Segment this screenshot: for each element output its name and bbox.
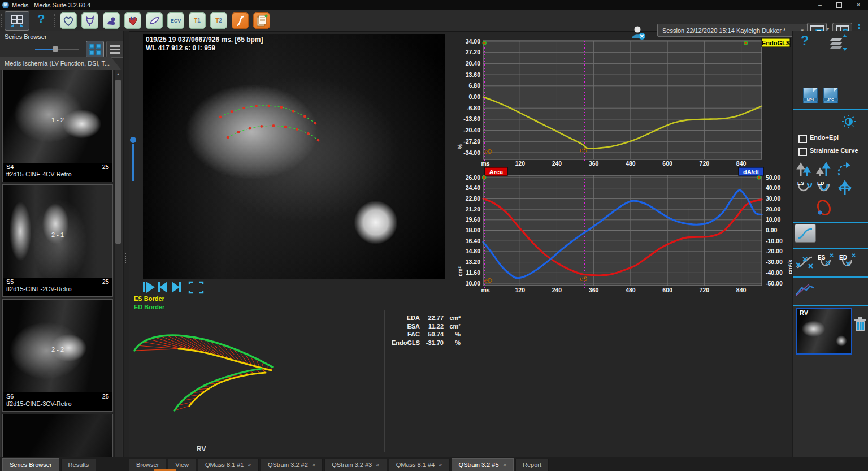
series-thumbnail-S4[interactable]: 1 - 2S425tf2d15-CINE-4CV-Retro [2, 70, 113, 182]
app-icon-ecv[interactable]: ECV [167, 12, 184, 29]
es-contour-button[interactable]: ES [796, 179, 813, 198]
series-thumbnail-S6[interactable]: 2 - 2S625tf2d15-CINE-3CV-Retro [2, 299, 113, 412]
doc-tab-qstrain-3-2-3[interactable]: QStrain 3.2 #3× [324, 459, 387, 471]
layout-button[interactable] [5, 11, 29, 31]
tab-close-icon[interactable]: × [247, 459, 253, 471]
svg-text:dA/dt: dA/dt [743, 168, 759, 175]
list-view-button[interactable] [106, 41, 124, 58]
fit-view-button[interactable] [189, 282, 203, 293]
series-id: S4 [6, 163, 14, 170]
strainrate-curve-checkbox[interactable] [798, 148, 807, 156]
frame-count: 25 [102, 393, 109, 400]
app-icon-strain-sail[interactable] [146, 12, 163, 29]
grid-view-icon [89, 44, 101, 55]
delete-analysis-button[interactable] [854, 317, 866, 335]
measurement-label: FAC [385, 331, 420, 339]
doc-tab-qmass-8-1-4[interactable]: QMass 8.1 #4× [389, 459, 450, 471]
es-points-button[interactable]: ES [817, 253, 836, 273]
ed-contour-button[interactable]: ED [815, 179, 832, 198]
minimize-button[interactable]: – [810, 0, 830, 10]
series-name: tf2d15-CINE-2CV-Retro [3, 285, 112, 293]
series-id: S5 [6, 278, 14, 285]
close-button[interactable]: × [849, 0, 868, 10]
series-thumbnail-S5[interactable]: 2 - 1S525tf2d15-CINE-2CV-Retro [2, 184, 113, 297]
series-name: tf2d15-CINE-4CV-Retro [3, 170, 112, 178]
app-icon-qflow-tulip[interactable] [81, 12, 98, 29]
tab-close-icon[interactable]: × [311, 459, 316, 471]
propagate-forward-button[interactable] [796, 162, 812, 180]
ed-contour-icon: ED [815, 179, 832, 196]
left-tab-results[interactable]: Results [61, 459, 97, 471]
svg-text:120: 120 [515, 287, 525, 293]
doc-fold [834, 88, 838, 92]
svg-text:13.20: 13.20 [466, 258, 480, 265]
curve-display-button[interactable] [795, 281, 815, 300]
svg-text:ES: ES [818, 254, 826, 261]
previous-frame-button[interactable] [158, 282, 167, 293]
propagate-all-button[interactable] [815, 162, 831, 180]
svg-text:27.20: 27.20 [466, 49, 480, 55]
tab-close-icon[interactable]: × [375, 459, 380, 471]
redo-contour-button[interactable] [836, 162, 853, 180]
doc-tab-report[interactable]: Report [515, 459, 549, 471]
rv-analysis-thumbnail[interactable]: RV [796, 308, 852, 355]
series-thumbnail-partial[interactable] [2, 414, 113, 457]
tab-close-icon[interactable]: × [502, 459, 507, 471]
splitter-grip-icon [125, 253, 128, 263]
toolbar-grip-2[interactable] [54, 14, 58, 27]
doc-tab-qstrain-3-2-2[interactable]: QStrain 3.2 #2× [261, 459, 323, 471]
brightness-icon [841, 114, 856, 129]
panel-help-button[interactable]: ? [801, 33, 809, 49]
medis-logo-icon: M [2, 2, 9, 8]
app-icon-qstrain-curve[interactable] [232, 12, 249, 29]
layout-layers-button[interactable] [828, 33, 850, 54]
doc-fold [813, 88, 818, 92]
thumbnail-size-slider-handle[interactable] [53, 46, 58, 52]
cine-viewport[interactable]: 019/25 19 037/0667/926 ms. [65 bpm] WL 4… [143, 34, 445, 279]
panel-divider [793, 109, 868, 110]
export-mp4-button[interactable]: MP4 [803, 88, 818, 103]
study-tab[interactable]: Medis Ischemia (LV Function, DSI, T... [0, 57, 125, 70]
thumbnail-meta-row: S425 [3, 163, 112, 170]
app-icon-report-stack[interactable] [253, 12, 270, 29]
thumbnail-meta-row: S525 [3, 278, 112, 285]
area-dadt-chart[interactable]: eDeS26.0024.4022.8021.2019.6018.0016.401… [457, 166, 800, 303]
app-icon-qmass-heart[interactable] [60, 12, 77, 29]
series-scrollbar-thumb[interactable] [115, 80, 121, 244]
doc-tab-qstrain-3-2-5[interactable]: QStrain 3.2 #5× [452, 458, 514, 471]
app-icon-t1-map[interactable]: T1 [189, 12, 206, 29]
ed-points-button[interactable]: ED [838, 253, 857, 273]
strain-curve-mode-button[interactable] [795, 224, 816, 243]
app-icon-t2-map[interactable]: T2 [210, 12, 227, 29]
endo-epi-checkbox[interactable] [798, 135, 807, 143]
endogls-chart[interactable]: eDeS34.0027.2020.4013.606.800.00-6.80-13… [457, 33, 796, 170]
grid-view-button[interactable] [86, 41, 104, 58]
window-level-button[interactable] [841, 114, 856, 131]
help-button[interactable]: ? [37, 12, 45, 27]
frame-slider-handle[interactable] [130, 137, 136, 143]
panel-splitter[interactable] [123, 31, 129, 457]
scrollbar-up-icon[interactable]: ▲ [115, 70, 121, 77]
thumbnail-image: 2 - 1 [3, 185, 112, 278]
rv-strain-figure [130, 327, 295, 443]
play-button[interactable] [143, 282, 155, 293]
doc-tab-qmass-8-1-1[interactable]: QMass 8.1 #1× [198, 459, 259, 471]
tab-close-icon[interactable]: × [437, 459, 443, 471]
document-tab-group: BrowserViewQMass 8.1 #1×QStrain 3.2 #2×Q… [129, 459, 549, 471]
list-view-icon [110, 45, 120, 54]
left-tab-series-browser[interactable]: Series Browser [2, 458, 59, 471]
auto-contour-button[interactable] [814, 197, 834, 221]
es-points-icon: ES [817, 253, 836, 271]
axis-orientation-button[interactable] [837, 180, 853, 198]
svg-text:eS: eS [580, 275, 587, 282]
measurements-panel: EDA22.77cm²ESA11.22cm²FAC50.74%EndoGLS-3… [384, 310, 465, 452]
next-frame-button[interactable] [172, 282, 181, 293]
app-icon-heart-anatomy[interactable] [124, 12, 141, 29]
maximize-button[interactable] [830, 0, 849, 10]
svg-text:360: 360 [589, 287, 599, 293]
frame-slider-track[interactable] [132, 144, 134, 181]
app-icon-perfusion-person[interactable] [103, 12, 120, 29]
bottom-tab-bar: Series BrowserResults BrowserViewQMass 8… [0, 457, 868, 471]
edit-points-button[interactable] [795, 253, 814, 273]
export-jpg-button[interactable]: JPG [823, 88, 838, 103]
